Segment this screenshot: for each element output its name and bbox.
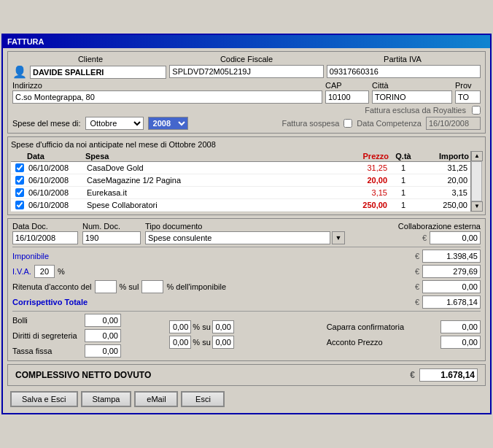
col-check — [12, 152, 27, 161]
indirizzo-label: Indirizzo — [12, 81, 322, 90]
data-doc-label: Data Doc. — [12, 222, 78, 231]
main-window: FATTURA Cliente Codice Fiscale Partita I… — [1, 34, 492, 414]
num-doc-label: Num. Doc. — [82, 222, 141, 231]
col-data: Data — [27, 152, 85, 161]
ritenuta-euro: € — [415, 282, 419, 291]
bolli-pct-input[interactable] — [169, 320, 191, 333]
bolli-base-input[interactable] — [212, 320, 234, 333]
cliente-input[interactable] — [30, 66, 166, 79]
spese-table: Data Spesa Prezzo Q.tà Importo 06/10/200… — [11, 151, 482, 212]
row3-qta: 1 — [389, 188, 418, 198]
imponibile-input[interactable] — [422, 250, 481, 263]
collab-euro: € — [422, 233, 427, 242]
window-title: FATTURA — [7, 37, 44, 46]
prov-input[interactable] — [455, 90, 481, 104]
cap-label: CAP — [325, 81, 369, 90]
esci-button[interactable]: Esci — [181, 391, 225, 407]
collab-esterna-label: Collaborazione esterna — [349, 222, 481, 231]
diritti-pct-input[interactable] — [169, 336, 191, 349]
ritenuta-base-input[interactable] — [141, 280, 163, 293]
acconto-input[interactable] — [440, 336, 481, 349]
table-row: 06/10/2008 CaseMagazine 1/2 Pagina 20,00… — [11, 174, 470, 187]
bolli-input[interactable] — [85, 314, 121, 327]
spese-label: Spese del mese di: — [12, 119, 81, 128]
total-label: COMPLESSIVO NETTO DOVUTO — [15, 370, 151, 380]
scroll-down-btn[interactable]: ▼ — [471, 201, 483, 212]
indirizzo-input[interactable] — [12, 90, 322, 104]
partita-iva-label: Partita IVA — [325, 55, 481, 63]
row1-checkbox[interactable] — [15, 163, 24, 172]
col-spesa: Spesa — [85, 152, 338, 161]
citta-label: Città — [372, 81, 452, 90]
row1-prezzo: 31,25 — [338, 163, 389, 173]
iva-percent-symbol: % — [58, 267, 65, 276]
row4-spesa: Spese Collaboratori — [85, 200, 338, 210]
salva-esci-button[interactable]: Salva e Esci — [10, 391, 78, 407]
diritti-input[interactable] — [85, 329, 121, 342]
spese-section: Spese d'ufficio da noi anticipate nel me… — [7, 136, 486, 215]
table-scrollbar[interactable]: ▲ ▼ — [470, 151, 482, 212]
codice-fiscale-label: Codice Fiscale — [168, 55, 325, 63]
email-button[interactable]: eMail — [134, 391, 178, 407]
ritenuta-pct-input[interactable] — [95, 280, 117, 293]
tipo-doc-dropdown-btn[interactable]: ▼ — [332, 231, 345, 244]
anno-select[interactable]: 2008 — [148, 117, 188, 130]
fattura-esclusa-checkbox[interactable] — [472, 106, 481, 115]
caparra-input[interactable] — [440, 320, 481, 333]
tassa-label: Tassa fissa — [12, 347, 82, 355]
stampa-button[interactable]: Stampa — [81, 391, 132, 407]
iva-percent-input[interactable] — [34, 265, 55, 278]
tipo-doc-label: Tipo documento — [145, 222, 345, 231]
ritenuta-imponibile: % dell'imponibile — [166, 282, 226, 291]
client-section: Cliente Codice Fiscale Partita IVA 👤 Ind… — [7, 51, 486, 134]
iva-input[interactable] — [422, 265, 481, 278]
corrispettivo-label: Corrispettivo Totale — [12, 298, 88, 306]
button-bar: Salva e Esci Stampa eMail Esci — [7, 390, 486, 409]
row1-spesa: CasaDove Gold — [85, 163, 338, 173]
bolli-su: % su — [193, 323, 210, 331]
data-doc-input[interactable] — [12, 231, 78, 244]
total-value-input[interactable] — [419, 368, 478, 382]
partita-iva-input[interactable] — [327, 65, 481, 78]
collab-esterna-input[interactable] — [430, 231, 481, 244]
imponibile-euro: € — [415, 252, 419, 260]
total-bar: COMPLESSIVO NETTO DOVUTO € — [7, 364, 486, 386]
fattura-sospesa-checkbox[interactable] — [343, 119, 352, 128]
tassa-input[interactable] — [85, 344, 121, 358]
row2-checkbox[interactable] — [15, 176, 24, 185]
col-importo: Importo — [418, 152, 469, 161]
scroll-up-btn[interactable]: ▲ — [471, 151, 483, 161]
diritti-base-input[interactable] — [212, 336, 234, 349]
caparra-label: Caparra confirmatoria — [327, 323, 404, 331]
row3-spesa: Eurekasa.it — [85, 188, 338, 198]
imponibile-label: Imponibile — [12, 252, 49, 260]
citta-input[interactable] — [372, 90, 452, 104]
row2-qta: 1 — [389, 175, 418, 185]
codice-fiscale-input[interactable] — [169, 65, 323, 78]
row2-prezzo: 20,00 — [338, 175, 389, 185]
data-competenza-input[interactable] — [426, 117, 481, 130]
corrispettivo-euro: € — [415, 298, 419, 306]
cap-input[interactable] — [325, 90, 369, 104]
row4-prezzo: 250,00 — [338, 200, 389, 210]
row1-qta: 1 — [389, 163, 418, 173]
corrispettivo-input[interactable] — [422, 296, 481, 309]
cliente-label: Cliente — [12, 55, 168, 63]
row4-checkbox[interactable] — [15, 201, 24, 209]
total-euro: € — [410, 370, 415, 380]
num-doc-input[interactable] — [82, 231, 141, 244]
mese-select[interactable]: Ottobre — [85, 117, 144, 130]
tipo-doc-input[interactable] — [145, 231, 330, 244]
row3-checkbox[interactable] — [15, 188, 24, 197]
row3-prezzo: 3,15 — [338, 188, 389, 198]
row2-spesa: CaseMagazine 1/2 Pagina — [85, 175, 338, 185]
ritenuta-input[interactable] — [422, 280, 481, 293]
ritenuta-su: % sul — [120, 282, 139, 291]
bolli-label: Bolli — [12, 316, 82, 325]
person-icon: 👤 — [12, 65, 27, 79]
col-qta: Q.tà — [389, 152, 418, 161]
row1-data: 06/10/2008 — [27, 163, 85, 173]
row2-data: 06/10/2008 — [27, 175, 85, 185]
table-row: 06/10/2008 CasaDove Gold 31,25 1 31,25 — [11, 162, 470, 174]
title-bar: FATTURA — [3, 35, 490, 48]
